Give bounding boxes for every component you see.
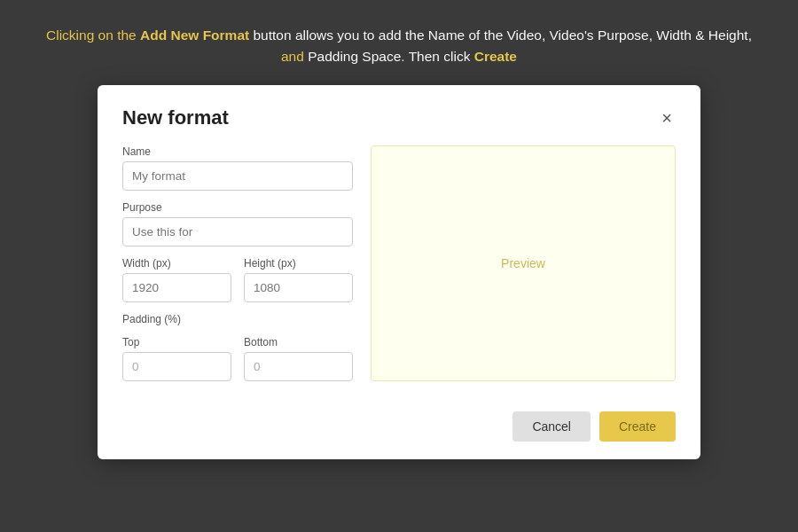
dialog-title: New format: [122, 106, 229, 129]
width-field-group: Width (px): [122, 257, 231, 302]
purpose-field-group: Purpose: [122, 201, 353, 246]
dimensions-row: Width (px) Height (px): [122, 257, 353, 302]
purpose-label: Purpose: [122, 201, 353, 214]
width-input[interactable]: [122, 273, 231, 302]
padding-label: Padding (%): [122, 313, 353, 325]
instruction-name-word: Name: [428, 27, 465, 43]
instruction-text: Clicking on the Add New Format button al…: [35, 25, 763, 67]
name-field-group: Name: [122, 145, 353, 191]
preview-box: Preview: [371, 145, 676, 381]
dialog-footer: Cancel Create: [122, 399, 676, 442]
form-left-panel: Name Purpose Width (px) Height (px) Padd…: [122, 145, 353, 381]
instruction-middle3: Padding Space. Then click: [304, 49, 474, 64]
instruction-create: Create: [474, 49, 517, 64]
height-field-group: Height (px): [244, 257, 353, 302]
padding-top-input[interactable]: [122, 352, 231, 381]
instruction-bold: Add New Format: [140, 27, 249, 43]
preview-label: Preview: [501, 256, 545, 270]
create-button[interactable]: Create: [599, 411, 676, 442]
instruction-middle2: of the Video, Video's Purpose, Width & H…: [465, 27, 752, 43]
new-format-dialog: New format × Name Purpose Width (px) Hei…: [98, 85, 700, 459]
padding-bottom-group: Bottom: [244, 336, 353, 381]
dialog-header: New format ×: [122, 106, 676, 129]
padding-section: Padding (%): [122, 313, 353, 325]
purpose-input[interactable]: [122, 217, 353, 246]
bottom-label: Bottom: [244, 336, 353, 348]
padding-row: Top Bottom: [122, 336, 353, 381]
instruction-middle: button allows you to add the: [249, 27, 428, 43]
name-label: Name: [122, 145, 353, 158]
padding-bottom-input[interactable]: [244, 352, 353, 381]
padding-top-group: Top: [122, 336, 231, 381]
dialog-body: Name Purpose Width (px) Height (px) Padd…: [122, 145, 676, 381]
height-label: Height (px): [244, 257, 353, 270]
name-input[interactable]: [122, 161, 353, 191]
width-label: Width (px): [122, 257, 231, 270]
form-right-panel: Preview: [371, 145, 676, 381]
top-label: Top: [122, 336, 231, 348]
height-input[interactable]: [244, 273, 353, 302]
instruction-and: and: [281, 49, 304, 64]
close-button[interactable]: ×: [658, 109, 676, 127]
cancel-button[interactable]: Cancel: [512, 411, 591, 442]
instruction-prefix: Clicking on the: [46, 27, 140, 43]
